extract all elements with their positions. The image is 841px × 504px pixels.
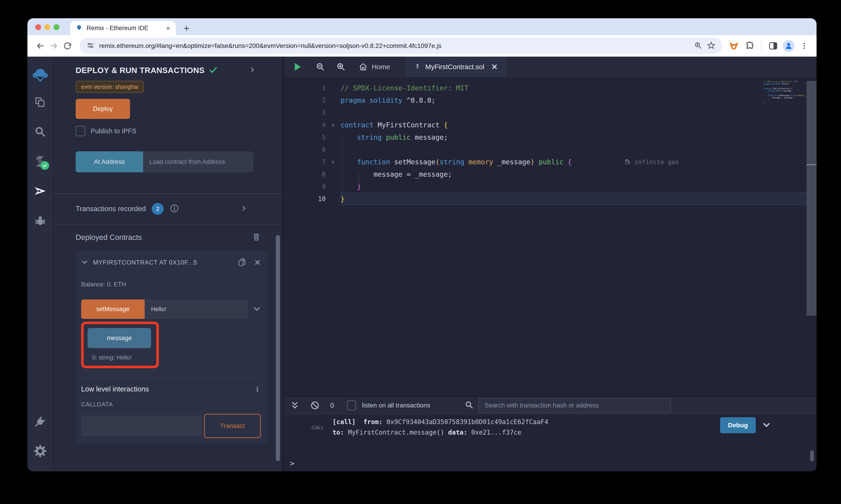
panel-expand-icon[interactable] [249, 67, 256, 74]
low-level-info-icon[interactable]: i [256, 384, 258, 394]
listen-transactions-checkbox[interactable] [347, 400, 356, 410]
card-divider [81, 377, 261, 378]
call-type-badge: CALL [311, 425, 324, 430]
pending-tx-count: 0 [330, 401, 334, 409]
gas-annotation: infinite gas [634, 158, 679, 165]
editor-scrollbar[interactable] [806, 81, 817, 316]
set-message-expand-icon[interactable] [253, 305, 261, 313]
url-bar[interactable]: remix.ethereum.org/#lang=en&optimize=fal… [80, 38, 722, 54]
log-expand-icon[interactable] [762, 420, 771, 430]
toolbar-divider [761, 41, 762, 51]
sidebar-item-search[interactable] [28, 117, 53, 146]
sidebar-item-solidity-compiler[interactable] [28, 146, 53, 176]
copy-address-icon[interactable] [238, 257, 247, 268]
set-message-button[interactable]: setMessage [81, 300, 145, 319]
browser-tab[interactable]: Remix - Ethereum IDE × [70, 21, 176, 35]
code-line[interactable]: 8 message = _message; [284, 168, 817, 180]
close-window-button[interactable] [35, 24, 41, 30]
message-result: 0: string: Hello! [87, 354, 156, 361]
side-panel-icon[interactable] [767, 39, 779, 52]
at-address-button[interactable]: At Address [76, 151, 143, 172]
contract-close-icon[interactable]: ✕ [254, 258, 261, 267]
trash-icon[interactable] [252, 232, 261, 242]
deploy-button[interactable]: Deploy [76, 99, 130, 119]
tab-home[interactable]: Home [359, 62, 390, 71]
code-line[interactable]: 6 [284, 143, 817, 156]
code-line[interactable]: 9 } [284, 180, 817, 193]
bookmark-star-icon[interactable] [707, 41, 716, 51]
tab-home-label: Home [372, 63, 390, 71]
calldata-input[interactable] [81, 415, 202, 436]
contract-title: MYFIRSTCONTRACT AT 0X10F...5 [93, 259, 233, 266]
publish-ipfs-checkbox[interactable] [76, 126, 85, 136]
forward-icon[interactable] [47, 39, 61, 53]
collapse-terminal-icon[interactable] [290, 401, 299, 410]
metamask-extension-icon[interactable] [727, 39, 740, 52]
transactions-expand-icon[interactable] [241, 205, 247, 213]
deployed-contract-card: MYFIRSTCONTRACT AT 0X10F...5 ✕ Balance: … [76, 251, 268, 444]
url-text[interactable]: remix.ethereum.org/#lang=en&optimize=fal… [99, 42, 689, 50]
editor-minimap[interactable]: // SPDX-License-Identifier: MITpragma so… [763, 81, 806, 104]
code-line[interactable]: 5 string public message; [284, 131, 817, 143]
browser-tab-title: Remix - Ethereum IDE [87, 25, 161, 32]
tab-myfirstcontract[interactable]: MyFirstContract.sol ✕ [405, 57, 507, 77]
browser-window: Remix - Ethereum IDE × + remix.ethereum.… [28, 18, 817, 471]
site-settings-icon[interactable] [86, 41, 95, 51]
publish-ipfs-label: Publish to IPFS [91, 127, 136, 135]
contract-collapse-icon[interactable] [81, 258, 88, 266]
transactions-info-icon[interactable] [170, 204, 179, 214]
at-address-input[interactable] [143, 151, 254, 172]
fullscreen-window-button[interactable] [53, 24, 59, 30]
code-editor[interactable]: 1// SPDX-License-Identifier: MIT2pragma … [284, 77, 817, 396]
sidebar-item-file-explorer[interactable] [28, 87, 53, 117]
panel-divider [53, 224, 282, 224]
terminal-search-icon [465, 400, 474, 410]
extensions-puzzle-icon[interactable] [743, 39, 756, 52]
panel-check-icon [209, 65, 218, 75]
back-icon[interactable] [33, 39, 47, 53]
remix-logo-icon[interactable] [31, 64, 49, 87]
code-line[interactable]: 1// SPDX-License-Identifier: MIT [284, 82, 817, 94]
zoom-out-icon[interactable] [315, 62, 325, 72]
solidity-file-icon [414, 63, 421, 71]
profile-avatar[interactable] [783, 40, 795, 52]
zoom-page-icon[interactable] [694, 41, 702, 51]
code-line[interactable]: 2pragma solidity ^0.8.0; [284, 94, 817, 106]
tab-close-icon[interactable]: × [166, 24, 170, 32]
indent-guide [359, 173, 359, 185]
terminal-scrollbar[interactable] [810, 450, 814, 461]
new-tab-button[interactable]: + [180, 22, 193, 35]
terminal-header: 0 listen on all transactions [284, 397, 817, 414]
sidebar-item-settings[interactable] [28, 436, 53, 466]
code-line[interactable]: 7∨ function setMessage(string memory _me… [284, 156, 817, 168]
contract-balance: Balance: 0. ETH [81, 281, 261, 288]
listen-transactions-label: listen on all transactions [362, 402, 430, 409]
reload-icon[interactable] [61, 39, 74, 53]
tab-close-icon[interactable]: ✕ [491, 62, 498, 71]
code-line[interactable]: 3 [284, 106, 817, 119]
sidebar-item-plugin-manager[interactable] [28, 407, 53, 436]
browser-menu-icon[interactable] [798, 39, 811, 52]
terminal-search-input[interactable] [478, 398, 671, 413]
remix-icon-rail [28, 57, 53, 471]
panel-scrollbar[interactable] [276, 235, 280, 461]
minimize-window-button[interactable] [44, 24, 50, 30]
evm-version-badge: evm version: shanghai [76, 81, 144, 93]
message-button[interactable]: message [87, 328, 151, 348]
run-script-icon[interactable] [292, 62, 302, 72]
code-line[interactable]: 10} [284, 193, 817, 205]
set-message-input[interactable] [145, 300, 248, 319]
terminal: 0 listen on all transactions CALL [call]… [284, 396, 817, 471]
code-line[interactable]: 4∨contract MyFirstContract { [284, 119, 817, 131]
browser-tabstrip: Remix - Ethereum IDE × + [28, 18, 817, 35]
sidebar-item-debugger[interactable] [28, 206, 53, 236]
indent-guide [342, 136, 343, 197]
sidebar-item-deploy-and-run[interactable] [28, 176, 53, 206]
debug-button[interactable]: Debug [720, 417, 756, 433]
clear-console-icon[interactable] [310, 401, 320, 410]
zoom-in-icon[interactable] [336, 62, 346, 72]
panel-title: DEPLOY & RUN TRANSACTIONS [76, 66, 205, 75]
transact-button[interactable]: Transact [204, 414, 261, 438]
calldata-label: CALLDATA [81, 401, 261, 408]
terminal-prompt[interactable]: > [290, 459, 294, 468]
